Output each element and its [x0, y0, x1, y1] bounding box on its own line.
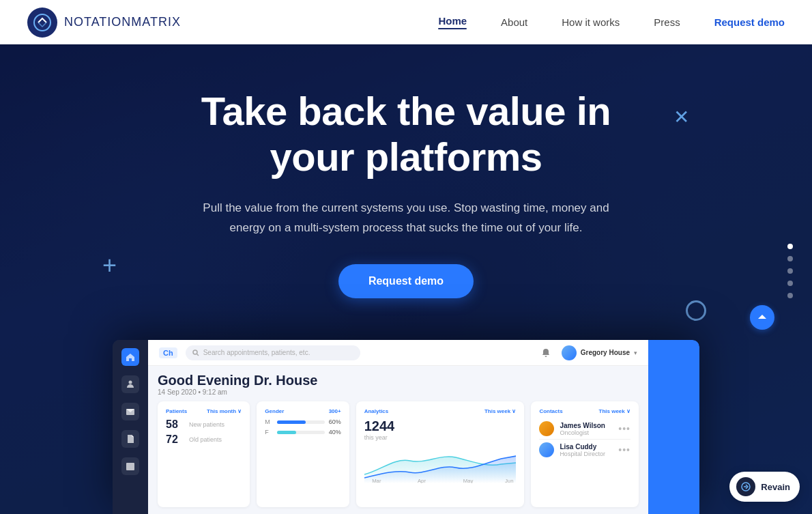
contact-avatar-1	[539, 421, 554, 436]
logo[interactable]: NOTATIONMATRIX	[27, 8, 181, 38]
dashboard-right-panel	[648, 340, 699, 514]
logo-icon	[27, 8, 57, 38]
logo-text: NOTATIONMATRIX	[64, 15, 181, 29]
side-dot-5[interactable]	[787, 293, 793, 298]
side-dots	[787, 244, 793, 298]
contact-item-1[interactable]: James Wilson Oncologist •••	[539, 418, 630, 440]
contact-info-1: James Wilson Oncologist	[560, 422, 605, 436]
contact-more-2[interactable]: •••	[618, 444, 630, 455]
side-dot-3[interactable]	[787, 268, 793, 274]
dashboard-body: Good Evening Dr. House 14 Sep 2020 • 9:1…	[148, 366, 648, 514]
hero-cta-button[interactable]: Request demo	[338, 264, 474, 298]
svg-point-4	[193, 350, 197, 354]
dashboard-main: Ch Search appointments, patients, etc.	[148, 340, 648, 514]
old-patients-row: 72 Old patients	[166, 433, 242, 446]
analytics-sub: this year	[364, 434, 517, 441]
new-patients-row: 58 New patients	[166, 418, 242, 431]
gender-female-bar-fill	[277, 431, 296, 434]
gender-male-bar-bg	[277, 420, 324, 424]
notification-bell[interactable]	[538, 345, 553, 360]
search-icon	[192, 349, 199, 356]
dashboard-cards: Patients This month ∨ 58 New patients 72	[158, 401, 639, 507]
dashboard-inner: Ch Search appointments, patients, etc.	[113, 340, 699, 514]
sidebar-doc-icon[interactable]	[121, 430, 139, 448]
decorative-plus: +	[102, 251, 117, 280]
side-dot-4[interactable]	[787, 281, 793, 286]
user-avatar	[562, 345, 577, 360]
search-placeholder: Search appointments, patients, etc.	[203, 349, 310, 356]
username-label: Gregory House	[581, 349, 630, 356]
decorative-circle	[686, 300, 706, 321]
analytics-chart: Mar Apr May Jun	[364, 444, 517, 485]
side-dot-1[interactable]	[787, 244, 793, 249]
hero-title: Take back the value in your platforms	[133, 89, 679, 180]
contact-more-1[interactable]: •••	[618, 423, 630, 434]
contacts-card: Contacts This week ∨ James Wilson Oncolo…	[531, 401, 639, 507]
svg-point-1	[129, 381, 132, 384]
search-bar[interactable]: Search appointments, patients, etc.	[186, 345, 361, 360]
nav-press[interactable]: Press	[654, 16, 680, 28]
chevron-up-icon	[757, 312, 768, 323]
nav-how-it-works[interactable]: How it works	[562, 16, 620, 28]
svg-text:Mar: Mar	[372, 478, 381, 483]
user-chevron-icon: ▾	[634, 349, 637, 356]
ch-badge: Ch	[159, 347, 177, 358]
sidebar-home-icon[interactable]	[121, 348, 139, 366]
gender-card: Gender 300+ M 60%	[257, 401, 349, 507]
svg-text:Jun: Jun	[505, 478, 514, 483]
patients-card: Patients This month ∨ 58 New patients 72	[158, 401, 250, 507]
svg-rect-3	[126, 463, 134, 470]
analytics-card: Analytics This week ∨ 1244 this year	[356, 401, 525, 507]
gender-male-row: M 60%	[265, 418, 340, 425]
revain-icon	[736, 477, 755, 496]
user-menu[interactable]: Gregory House ▾	[562, 345, 637, 360]
analytics-svg: Mar Apr May Jun	[364, 444, 517, 483]
dashboard-sidebar	[113, 340, 148, 514]
dashboard-topbar: Ch Search appointments, patients, etc.	[148, 340, 648, 366]
hero-subtitle: Pull the value from the current systems …	[194, 199, 618, 238]
gender-card-title: Gender 300+	[265, 408, 340, 414]
revain-label: Revain	[761, 482, 790, 492]
sidebar-calendar-icon[interactable]	[121, 457, 139, 475]
gender-chart: M 60% F	[265, 418, 340, 436]
contacts-card-title: Contacts This week ∨	[539, 408, 630, 414]
analytics-card-title: Analytics This week ∨	[364, 408, 517, 414]
svg-text:May: May	[463, 478, 473, 483]
nav-about[interactable]: About	[501, 16, 527, 28]
side-dot-2[interactable]	[787, 256, 793, 261]
svg-point-0	[34, 14, 50, 31]
nav-home[interactable]: Home	[438, 15, 467, 29]
revain-logo-icon	[740, 481, 751, 492]
contact-avatar-2	[539, 442, 554, 457]
contact-item-2[interactable]: Lisa Cuddy Hospital Director •••	[539, 440, 630, 460]
patients-card-title: Patients This month ∨	[166, 408, 242, 414]
sidebar-person-icon[interactable]	[121, 375, 139, 393]
patients-stats: 58 New patients 72 Old patients	[166, 418, 242, 446]
analytics-number: 1244	[364, 418, 517, 434]
hero-content: Take back the value in your platforms Pu…	[133, 89, 679, 298]
revain-badge[interactable]: Revain	[729, 472, 800, 502]
hero-section: ✕ + Take back the value in your platform…	[0, 0, 812, 514]
gender-female-row: F 40%	[265, 429, 340, 436]
svg-text:Apr: Apr	[418, 478, 426, 483]
gender-female-bar-bg	[277, 431, 324, 434]
greeting-text: Good Evening Dr. House 14 Sep 2020 • 9:1…	[158, 373, 639, 396]
sidebar-mail-icon[interactable]	[121, 403, 139, 420]
nav-links: Home About How it works Press Request de…	[438, 15, 785, 29]
contacts-list: James Wilson Oncologist ••• Lisa Cuddy	[539, 418, 630, 460]
nav-request-demo[interactable]: Request demo	[714, 16, 785, 28]
scroll-up-button[interactable]	[750, 305, 774, 330]
gender-male-bar-fill	[277, 420, 306, 424]
dashboard-mockup: Ch Search appointments, patients, etc.	[113, 340, 699, 514]
bell-icon	[541, 348, 551, 358]
contact-info-2: Lisa Cuddy Hospital Director	[560, 443, 605, 457]
navbar: NOTATIONMATRIX Home About How it works P…	[0, 0, 812, 44]
